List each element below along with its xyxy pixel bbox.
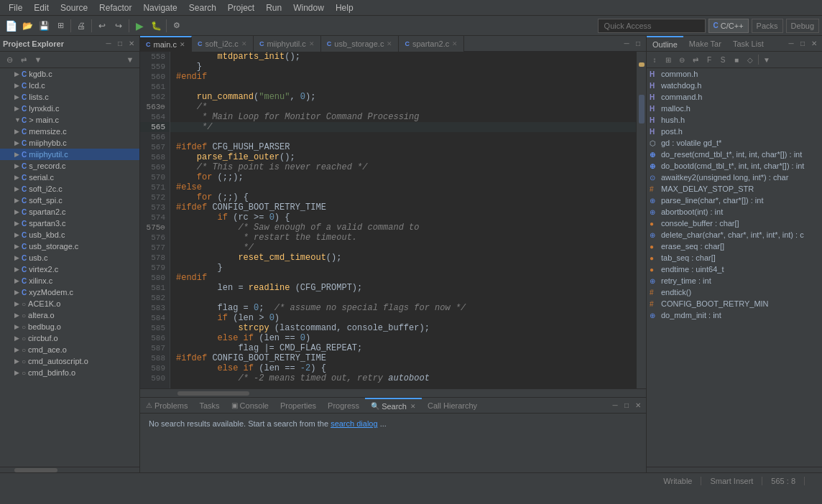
- outline-hide-local-btn[interactable]: ◇: [744, 53, 757, 66]
- menu-refactor[interactable]: Refactor: [93, 1, 137, 14]
- tab-properties[interactable]: Properties: [274, 398, 322, 414]
- tab-tasks[interactable]: Tasks: [193, 398, 225, 414]
- tab-progress[interactable]: Progress: [322, 398, 365, 414]
- tab-spartan2[interactable]: C spartan2.c ✕: [399, 36, 464, 52]
- tree-item-virtex2[interactable]: ▶ C virtex2.c: [0, 263, 139, 275]
- tab-usb-storage[interactable]: C usb_storage.c ✕: [321, 36, 400, 52]
- outline-item-post-h[interactable]: H post.h: [647, 126, 822, 137]
- tab-miiphyutil[interactable]: C miiphyutil.c ✕: [254, 36, 321, 52]
- tab-console[interactable]: ▣ Console: [226, 398, 274, 414]
- outline-item-endtime[interactable]: ● endtime : uint64_t: [647, 263, 822, 275]
- minimize-project-explorer[interactable]: ─: [103, 39, 114, 49]
- outline-item-do-bootd[interactable]: ⊕ do_bootd(cmd_tbl_t*, int, int, char*[]…: [647, 160, 822, 172]
- tab-main-c[interactable]: C main.c ✕: [140, 36, 192, 52]
- link-editor-btn[interactable]: ⇄: [17, 53, 30, 66]
- bottom-panel-minimize-btn[interactable]: ─: [610, 401, 620, 411]
- tree-item-bedbug[interactable]: ▶ ○ bedbug.o: [0, 321, 139, 332]
- tab-outline[interactable]: Outline: [647, 36, 683, 52]
- outline-item-console-buffer[interactable]: ● console_buffer : char[]: [647, 218, 822, 229]
- menu-file[interactable]: File: [3, 1, 28, 14]
- tree-item-softi2c[interactable]: ▶ C soft_i2c.c: [0, 183, 139, 195]
- outline-item-erase-seq[interactable]: ● erase_seq : char[]: [647, 241, 822, 252]
- collapse-all-btn[interactable]: ⊖: [3, 53, 16, 66]
- outline-close-btn[interactable]: ✕: [809, 39, 819, 49]
- tree-item-xyzmodem[interactable]: ▶ C xyzModem.c: [0, 286, 139, 298]
- tree-item-cmdace[interactable]: ▶ ○ cmd_ace.o: [0, 344, 139, 355]
- tab-maketar[interactable]: Make Tar: [683, 36, 727, 52]
- outline-item-common-h[interactable]: H common.h: [647, 68, 822, 80]
- outline-collapse-btn[interactable]: ⊖: [675, 53, 688, 66]
- outline-bottom-scrollbar[interactable]: [647, 467, 822, 472]
- outline-hide-nonpub-btn[interactable]: ■: [730, 53, 743, 66]
- outline-filter-btn[interactable]: ⊞: [662, 53, 675, 66]
- outline-item-config-retry[interactable]: # CONFIG_BOOT_RETRY_MIN: [647, 298, 822, 309]
- tree-item-srecord[interactable]: ▶ C s_record.c: [0, 160, 139, 172]
- outline-item-delete-char[interactable]: ⊕ delete_char(char*, char*, int*, int*, …: [647, 229, 822, 241]
- outline-item-watchdog-h[interactable]: H watchdog.h: [647, 80, 822, 91]
- save-button[interactable]: 💾: [36, 18, 52, 34]
- outline-item-endtick[interactable]: # endtick(): [647, 286, 822, 298]
- tab-problems[interactable]: ⚠ Problems: [140, 398, 193, 414]
- tree-item-lynxkdi[interactable]: ▶ C lynxkdi.c: [0, 103, 139, 114]
- tab-close-icon[interactable]: ✕: [241, 40, 247, 47]
- tree-item-circbuf[interactable]: ▶ ○ circbuf.o: [0, 332, 139, 344]
- tab-close-icon[interactable]: ✕: [309, 40, 315, 47]
- maximize-project-explorer[interactable]: □: [115, 39, 125, 49]
- debug-button[interactable]: 🐛: [148, 18, 164, 34]
- close-project-explorer[interactable]: ✕: [126, 39, 137, 49]
- outline-maximize-btn[interactable]: □: [798, 39, 808, 49]
- menu-window[interactable]: Window: [287, 1, 330, 14]
- tab-close-icon[interactable]: ✕: [180, 41, 185, 48]
- editor-maximize-btn[interactable]: □: [633, 39, 643, 49]
- tree-item-ace1k[interactable]: ▶ ○ ACE1K.o: [0, 298, 139, 309]
- outline-hide-fields-btn[interactable]: F: [703, 53, 716, 66]
- perspective-debug-button[interactable]: Debug: [786, 19, 819, 33]
- outline-hide-static-btn[interactable]: S: [716, 53, 729, 66]
- tree-item-lists[interactable]: ▶ C lists.c: [0, 91, 139, 103]
- tree-item-cmdautoscript[interactable]: ▶ ○ cmd_autoscript.o: [0, 355, 139, 367]
- outline-item-do-reset[interactable]: ⊕ do_reset(cmd_tbl_t*, int, int, char*[]…: [647, 149, 822, 160]
- tab-tasklist[interactable]: Task List: [727, 36, 770, 52]
- perspective-packs-button[interactable]: Packs: [752, 19, 783, 33]
- outline-item-max-delay[interactable]: # MAX_DELAY_STOP_STR: [647, 183, 822, 195]
- tree-item-usbstorage[interactable]: ▶ C usb_storage.c: [0, 241, 139, 252]
- outline-item-do-mdm-init[interactable]: ⊕ do_mdm_init : int: [647, 309, 822, 321]
- tree-item-spartan2[interactable]: ▶ C spartan2.c: [0, 206, 139, 218]
- outline-item-parse-line[interactable]: ⊕ parse_line(char*, char*[]) : int: [647, 195, 822, 206]
- tree-item-softspi[interactable]: ▶ C soft_spi.c: [0, 195, 139, 206]
- editor-minimize-btn[interactable]: ─: [622, 39, 632, 49]
- quick-access-input[interactable]: [598, 19, 706, 33]
- tab-close-icon[interactable]: ✕: [452, 40, 458, 47]
- menu-run[interactable]: Run: [260, 1, 287, 14]
- outline-item-retry-time[interactable]: ⊕ retry_time : int: [647, 275, 822, 286]
- new-button[interactable]: 📄: [3, 18, 19, 34]
- tree-item-serial[interactable]: ▶ C serial.c: [0, 172, 139, 183]
- menu-project[interactable]: Project: [222, 1, 260, 14]
- bottom-panel-close-btn[interactable]: ✕: [633, 401, 643, 411]
- menu-navigate[interactable]: Navigate: [137, 1, 183, 14]
- tab-close-icon[interactable]: ✕: [410, 403, 416, 410]
- outline-minimize-btn[interactable]: ─: [786, 39, 796, 49]
- menu-edit[interactable]: Edit: [28, 1, 55, 14]
- tree-item-xilinx[interactable]: ▶ C xilinx.c: [0, 275, 139, 286]
- save-all-button[interactable]: ⊞: [52, 18, 68, 34]
- menu-source[interactable]: Source: [55, 1, 93, 14]
- tree-item-memsize[interactable]: ▶ C memsize.c: [0, 126, 139, 137]
- perspective-cpp-button[interactable]: C C/C++: [708, 19, 749, 33]
- tree-item-kgdb[interactable]: ▶ C kgdb.c: [0, 68, 139, 80]
- outline-item-tab-seq[interactable]: ● tab_seq : char[]: [647, 252, 822, 263]
- open-button[interactable]: 📂: [19, 18, 35, 34]
- outline-item-awaitkey[interactable]: ⊙ awaitkey2(unsigned long, int*) : char: [647, 172, 822, 183]
- outline-item-malloc-h[interactable]: H malloc.h: [647, 103, 822, 114]
- redo-button[interactable]: ↪: [111, 18, 126, 34]
- view-menu-btn[interactable]: ▼: [124, 53, 137, 66]
- outline-settings-btn[interactable]: ▼: [760, 53, 773, 66]
- outline-sort-btn[interactable]: ↕: [648, 53, 661, 66]
- build-button[interactable]: ⚙: [169, 18, 185, 34]
- tree-item-cmdbdinfo[interactable]: ▶ ○ cmd_bdinfo.o: [0, 367, 139, 378]
- outline-item-command-h[interactable]: H command.h: [647, 91, 822, 103]
- outline-item-hush-h[interactable]: H hush.h: [647, 114, 822, 126]
- undo-button[interactable]: ↩: [94, 18, 110, 34]
- outline-item-gd[interactable]: ⬡ gd : volatile gd_t*: [647, 137, 822, 149]
- menu-help[interactable]: Help: [330, 1, 359, 14]
